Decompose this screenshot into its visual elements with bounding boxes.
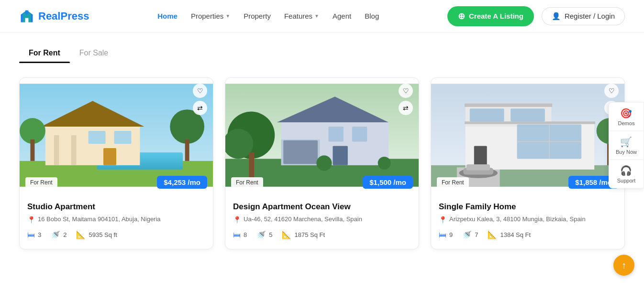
listing-address: 📍 Arizpetxu Kalea, 3, 48100 Mungia, Bizk… — [439, 215, 617, 224]
stat-baths: 🚿 5 — [256, 230, 272, 239]
side-widgets: 🎯 Demos 🛒 Buy Now 🎧 Support — [609, 102, 644, 188]
listing-address: 📍 Ua-46, 52, 41620 Marchena, Sevilla, Sp… — [233, 215, 411, 224]
svg-rect-43 — [466, 164, 490, 171]
pin-icon: 📍 — [439, 216, 447, 224]
card-body: Design Apartment Ocean View 📍 Ua-46, 52,… — [225, 194, 419, 249]
tab-for-rent[interactable]: For Rent — [19, 44, 70, 62]
create-listing-button[interactable]: ⊕ Create A Listing — [447, 6, 534, 26]
compare-button[interactable]: ⇄ — [193, 101, 207, 115]
svg-rect-33 — [465, 104, 552, 107]
svg-rect-25 — [333, 146, 347, 165]
listing-title: Single Family Home — [439, 202, 617, 212]
nav-blog[interactable]: Blog — [365, 12, 379, 20]
area-value: 5935 Sq ft — [89, 231, 117, 238]
listing-price-badge: $1,500 /mo — [363, 176, 413, 189]
card-badge-row: For Rent $1,500 /mo — [231, 176, 413, 189]
widget-demos[interactable]: 🎯 Demos — [609, 102, 644, 131]
favorite-button[interactable]: ♡ — [604, 84, 619, 98]
stat-area: 📐 1875 Sq Ft — [282, 230, 325, 239]
nav-properties[interactable]: Properties ▼ — [191, 12, 230, 20]
chevron-down-icon: ▼ — [225, 13, 230, 19]
address-text: Ua-46, 52, 41620 Marchena, Sevilla, Spai… — [244, 215, 362, 223]
widget-demos-label: Demos — [618, 120, 635, 126]
baths-count: 2 — [63, 231, 67, 238]
support-icon: 🎧 — [620, 164, 632, 176]
listing-type-badge: For Rent — [25, 177, 57, 188]
svg-rect-23 — [328, 127, 343, 141]
address-text: 16 Bobo St, Maitama 904101, Abuja, Niger… — [38, 215, 161, 223]
beds-count: 3 — [38, 231, 41, 238]
chevron-down-icon-2: ▼ — [314, 13, 319, 19]
logo-text: RealPress — [38, 10, 89, 22]
stat-area: 📐 5935 Sq ft — [76, 230, 117, 239]
card-badge-row: For Rent $1,858 /mo — [437, 176, 619, 189]
stat-beds: 🛏 8 — [233, 231, 247, 239]
svg-rect-9 — [103, 148, 116, 165]
widget-buy-label: Buy Now — [616, 149, 637, 154]
stat-area: 📐 1384 Sq Ft — [488, 230, 531, 239]
pin-icon: 📍 — [233, 216, 241, 224]
svg-rect-34 — [465, 121, 595, 124]
card-stats: 🛏 3 🚿 2 📐 5935 Sq ft — [27, 230, 205, 239]
compare-button[interactable]: ⇄ — [399, 101, 413, 115]
listings-grid: ♡ ⇄ For Rent $4,253 /mo Studio Apartment… — [0, 68, 644, 269]
plus-circle-icon: ⊕ — [458, 11, 465, 21]
listing-type-badge: For Rent — [231, 177, 263, 188]
stat-baths: 🚿 7 — [462, 230, 478, 239]
listing-price-badge: $4,253 /mo — [157, 176, 207, 189]
svg-rect-39 — [511, 108, 545, 121]
card-body: Single Family Home 📍 Arizpetxu Kalea, 3,… — [431, 194, 624, 249]
favorite-button[interactable]: ♡ — [193, 84, 207, 98]
address-text: Arizpetxu Kalea, 3, 48100 Mungia, Bizkai… — [449, 215, 586, 223]
card-image-wrap: ♡ ⇄ For Rent $1,858 /mo — [431, 78, 624, 194]
widget-buy-now[interactable]: 🛒 Buy Now — [609, 131, 644, 160]
card-image-wrap: ♡ ⇄ For Rent $4,253 /mo — [20, 78, 213, 194]
beds-count: 8 — [244, 231, 247, 238]
card-stats: 🛏 8 🚿 5 📐 1875 Sq Ft — [233, 230, 411, 239]
logo[interactable]: RealPress — [19, 9, 89, 24]
baths-count: 5 — [269, 231, 272, 238]
pin-icon: 📍 — [27, 216, 35, 224]
beds-count: 9 — [449, 231, 453, 238]
area-icon: 📐 — [76, 230, 86, 239]
navbar: RealPress Home Properties ▼ Property Fea… — [0, 0, 644, 32]
card-action-icons: ♡ ⇄ — [399, 84, 413, 115]
baths-count: 7 — [475, 231, 478, 238]
tabs-section: For Rent For Sale — [0, 32, 644, 68]
listing-card: ♡ ⇄ For Rent $4,253 /mo Studio Apartment… — [19, 77, 213, 249]
logo-icon — [19, 9, 34, 24]
listing-card: ♡ ⇄ For Rent $1,858 /mo Single Family Ho… — [431, 77, 625, 249]
stat-beds: 🛏 3 — [27, 231, 41, 239]
area-value: 1875 Sq Ft — [294, 231, 325, 238]
bed-icon: 🛏 — [439, 231, 446, 239]
favorite-button[interactable]: ♡ — [399, 84, 413, 98]
svg-rect-22 — [283, 140, 318, 164]
bath-icon: 🚿 — [51, 230, 60, 239]
area-icon: 📐 — [282, 230, 291, 239]
svg-point-27 — [378, 157, 391, 170]
nav-home[interactable]: Home — [157, 12, 178, 20]
tabs: For Rent For Sale — [19, 44, 625, 62]
arrow-up-icon: ↑ — [622, 260, 626, 269]
nav-features[interactable]: Features ▼ — [284, 12, 319, 20]
listing-type-badge: For Rent — [437, 177, 469, 188]
svg-point-26 — [316, 155, 332, 171]
listing-card: ♡ ⇄ For Rent $1,500 /mo Design Apartment… — [225, 77, 419, 249]
tab-for-sale[interactable]: For Sale — [70, 44, 118, 62]
bath-icon: 🚿 — [462, 230, 472, 239]
register-login-button[interactable]: 👤 Register / Login — [542, 7, 625, 25]
svg-rect-7 — [89, 131, 106, 144]
listing-address: 📍 16 Bobo St, Maitama 904101, Abuja, Nig… — [27, 215, 205, 224]
card-badge-row: For Rent $4,253 /mo — [25, 176, 207, 189]
card-body: Studio Apartment 📍 16 Bobo St, Maitama 9… — [20, 194, 213, 249]
demos-icon: 🎯 — [620, 107, 632, 118]
bed-icon: 🛏 — [27, 231, 35, 239]
svg-rect-11 — [185, 140, 189, 161]
nav-property[interactable]: Property — [244, 12, 271, 20]
widget-support[interactable]: 🎧 Support — [609, 160, 644, 188]
widget-support-label: Support — [617, 177, 636, 183]
nav-agent[interactable]: Agent — [333, 12, 351, 20]
nav-links: Home Properties ▼ Property Features ▼ Ag… — [157, 12, 379, 20]
svg-rect-24 — [352, 127, 367, 141]
bed-icon: 🛏 — [233, 231, 241, 239]
